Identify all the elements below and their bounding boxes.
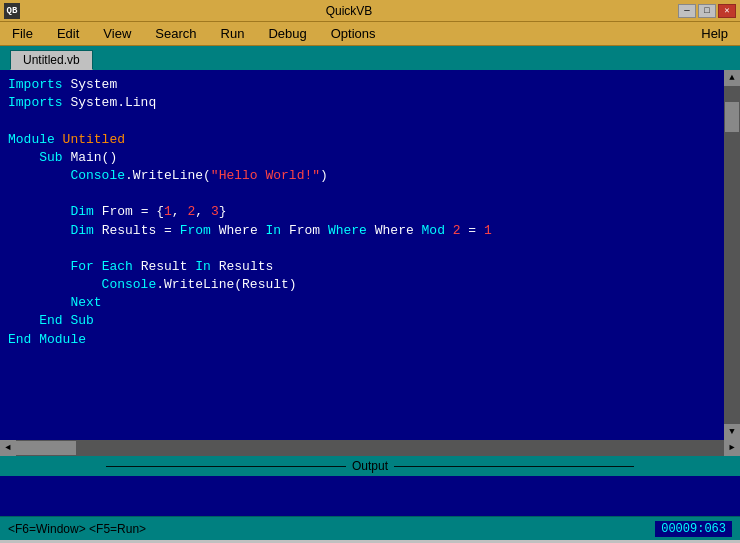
status-shortcuts: <F6=Window> <F5=Run> [8, 522, 146, 536]
code-line: End Module [8, 331, 716, 349]
tab-bar: Untitled.vb [0, 46, 740, 70]
code-line: Imports System.Linq [8, 94, 716, 112]
code-editor[interactable]: Imports SystemImports System.Linq Module… [0, 70, 724, 440]
menu-search[interactable]: Search [151, 24, 200, 43]
menu-options[interactable]: Options [327, 24, 380, 43]
code-line [8, 112, 716, 130]
code-line [8, 185, 716, 203]
status-bar: <F6=Window> <F5=Run> 00009:063 [0, 516, 740, 540]
scroll-down-arrow[interactable]: ▼ [724, 424, 740, 440]
code-line: Module Untitled [8, 131, 716, 149]
output-label-bar: ———————————————————— Output ————————————… [0, 456, 740, 476]
scrollbar-thumb-v[interactable] [725, 102, 739, 132]
title-bar: QB QuickVB ─ □ ✕ [0, 0, 740, 22]
menu-view[interactable]: View [99, 24, 135, 43]
menu-debug[interactable]: Debug [264, 24, 310, 43]
tab-untitled[interactable]: Untitled.vb [10, 50, 93, 70]
output-dash-left: ———————————————————— [106, 459, 346, 473]
scrollbar-thumb-h[interactable] [16, 441, 76, 455]
menu-file[interactable]: File [8, 24, 37, 43]
code-line: Dim Results = From Where In From Where W… [8, 222, 716, 240]
code-line: Console.WriteLine("Hello World!") [8, 167, 716, 185]
scrollbar-track-h[interactable] [16, 440, 724, 456]
code-line: Dim From = {1, 2, 3} [8, 203, 716, 221]
code-line: Imports System [8, 76, 716, 94]
menu-help[interactable]: Help [697, 24, 732, 43]
output-dash-right: ———————————————————— [394, 459, 634, 473]
app-icon: QB [4, 3, 20, 19]
minimize-button[interactable]: ─ [678, 4, 696, 18]
output-area [0, 476, 740, 516]
app-title: QuickVB [20, 4, 678, 18]
code-line: For Each Result In Results [8, 258, 716, 276]
code-line: Next [8, 294, 716, 312]
code-line [8, 240, 716, 258]
code-line: Sub Main() [8, 149, 716, 167]
editor-container: Imports SystemImports System.Linq Module… [0, 70, 740, 440]
window-controls: ─ □ ✕ [678, 4, 736, 18]
menu-edit[interactable]: Edit [53, 24, 83, 43]
vertical-scrollbar[interactable]: ▲ ▼ [724, 70, 740, 440]
scroll-left-arrow[interactable]: ◄ [0, 440, 16, 456]
output-label: Output [352, 459, 388, 473]
menu-bar: File Edit View Search Run Debug Options … [0, 22, 740, 46]
horizontal-scrollbar[interactable]: ◄ ► [0, 440, 740, 456]
code-line: End Sub [8, 312, 716, 330]
maximize-button[interactable]: □ [698, 4, 716, 18]
code-line: Console.WriteLine(Result) [8, 276, 716, 294]
scroll-right-arrow[interactable]: ► [724, 440, 740, 456]
close-button[interactable]: ✕ [718, 4, 736, 18]
menu-run[interactable]: Run [217, 24, 249, 43]
status-position: 00009:063 [655, 521, 732, 537]
scroll-up-arrow[interactable]: ▲ [724, 70, 740, 86]
